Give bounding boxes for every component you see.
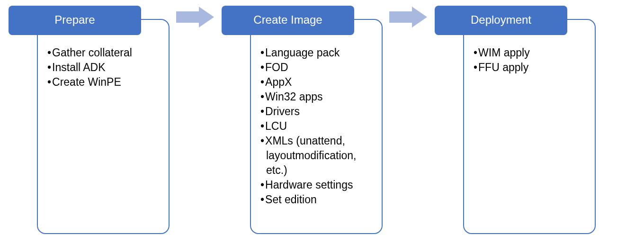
list-item: WIM apply — [474, 45, 587, 60]
svg-marker-0 — [176, 7, 214, 27]
stage-body: Gather collateral Install ADK Create Win… — [37, 19, 170, 234]
list-item: Win32 apps — [260, 90, 374, 104]
arrow-right-icon — [176, 7, 214, 27]
list-item: Gather collateral — [47, 45, 161, 60]
list-item: Set edition — [260, 192, 374, 207]
list-item: Hardware settings — [260, 178, 374, 192]
stage-title: Prepare — [9, 6, 141, 35]
stage-title: Create Image — [222, 6, 354, 35]
list-item: FFU apply — [474, 60, 587, 75]
stage-body: WIM apply FFU apply — [463, 19, 596, 234]
list-item: AppX — [260, 75, 374, 90]
list-item: Drivers — [260, 104, 374, 119]
arrow-right-icon — [389, 7, 427, 27]
list-item: Language pack — [260, 45, 374, 60]
svg-marker-1 — [389, 7, 427, 27]
list-item: XMLs (unattend, layoutmodification, etc.… — [260, 134, 374, 178]
stage-list: Gather collateral Install ADK Create Win… — [47, 45, 161, 90]
list-item: FOD — [260, 60, 374, 75]
stage-list: WIM apply FFU apply — [474, 45, 587, 75]
list-item: Create WinPE — [47, 75, 161, 90]
list-item: LCU — [260, 119, 374, 134]
stage-list: Language pack FOD AppX Win32 apps Driver… — [260, 45, 374, 208]
stage-body: Language pack FOD AppX Win32 apps Driver… — [250, 19, 383, 234]
stage-title: Deployment — [435, 6, 567, 35]
list-item: Install ADK — [47, 60, 161, 75]
